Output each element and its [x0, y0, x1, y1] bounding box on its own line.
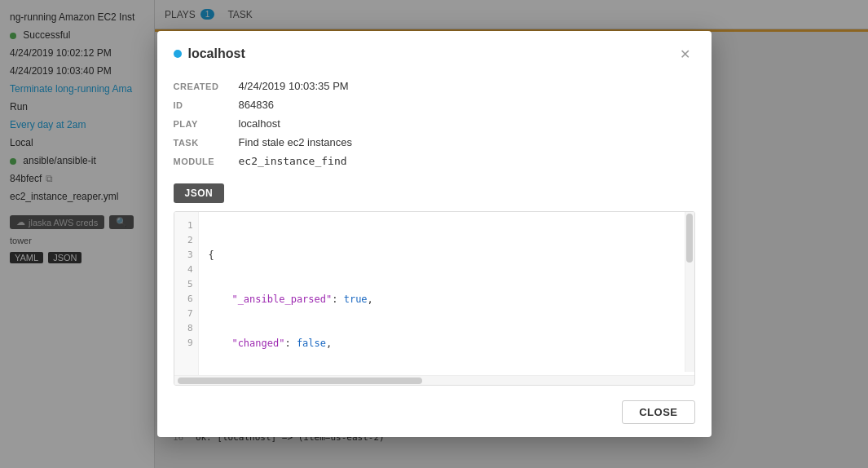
horizontal-scrollbar[interactable] [174, 375, 694, 385]
line-num-9: 9 [174, 336, 198, 351]
code-area[interactable]: 1 2 3 4 5 6 7 8 9 { "_ansible_parsed": t… [174, 212, 694, 375]
modal-dialog: localhost ✕ CREATED 4/24/2019 10:03:35 P… [157, 31, 712, 437]
line-numbers: 1 2 3 4 5 6 7 8 9 [174, 212, 199, 375]
code-wrapper: 1 2 3 4 5 6 7 8 9 { "_ansible_parsed": t… [174, 211, 695, 386]
scrollbar-thumb [686, 214, 693, 263]
modal-title: localhost [174, 46, 245, 61]
code-line-2: "_ansible_parsed": true, [209, 292, 685, 307]
line-num-7: 7 [174, 307, 198, 321]
meta-created: CREATED 4/24/2019 10:03:35 PM [174, 80, 695, 92]
code-line-1: { [209, 248, 685, 263]
vertical-scrollbar[interactable] [685, 212, 694, 372]
line-num-2: 2 [174, 233, 198, 248]
meta-id: ID 864836 [174, 99, 695, 111]
json-view-button[interactable]: JSON [174, 183, 225, 203]
line-num-8: 8 [174, 321, 198, 336]
modal-meta-section: CREATED 4/24/2019 10:03:35 PM ID 864836 … [157, 73, 712, 183]
meta-module: MODULE ec2_instance_find [174, 155, 695, 167]
line-num-4: 4 [174, 263, 198, 277]
meta-task: TASK Find stale ec2 instances [174, 136, 695, 148]
line-num-5: 5 [174, 277, 198, 292]
meta-play: PLAY localhost [174, 117, 695, 130]
close-button[interactable]: CLOSE [622, 400, 694, 424]
modal-header: localhost ✕ [157, 31, 712, 73]
close-x-icon: ✕ [680, 46, 690, 62]
title-status-dot [174, 50, 182, 58]
modal-overlay: localhost ✕ CREATED 4/24/2019 10:03:35 P… [0, 0, 868, 468]
line-num-3: 3 [174, 248, 198, 263]
modal-close-x-button[interactable]: ✕ [676, 44, 695, 64]
code-content: { "_ansible_parsed": true, "changed": fa… [199, 212, 694, 375]
line-num-1: 1 [174, 219, 198, 233]
line-num-6: 6 [174, 292, 198, 307]
code-line-3: "changed": false, [209, 336, 685, 351]
modal-footer: CLOSE [157, 394, 712, 437]
h-scrollbar-thumb [178, 377, 422, 384]
